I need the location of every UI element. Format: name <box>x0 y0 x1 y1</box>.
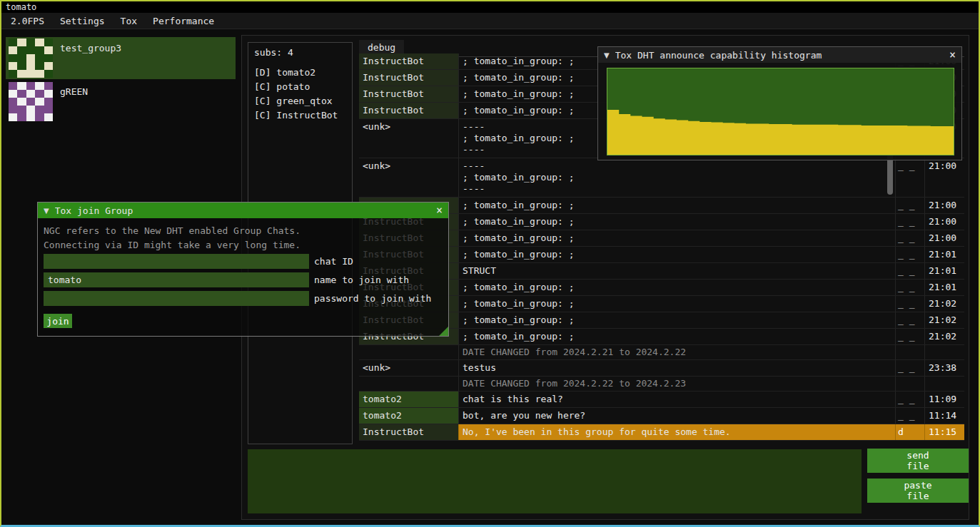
message-sender: InstructBot <box>359 424 459 440</box>
menu-item-tox[interactable]: Tox <box>113 14 145 29</box>
date-changed-text: DATE CHANGED from 2024.2.21 to 2024.2.22 <box>459 345 896 359</box>
join-window-titlebar[interactable]: ▼ Tox join Group × <box>38 203 448 218</box>
message-status: _ _ <box>896 329 924 344</box>
message-status: d <box>896 424 924 440</box>
collapse-arrow-icon[interactable]: ▼ <box>604 51 610 59</box>
message-status: _ _ <box>896 158 924 197</box>
message-status <box>896 377 924 391</box>
message-status: _ _ <box>896 230 924 246</box>
join-desc-line: Connecting via ID might take a very long… <box>44 238 443 252</box>
join-fields: chat IDname to join withpassword to join… <box>44 254 443 306</box>
group-item-test-group3[interactable]: test_group3 <box>6 37 236 79</box>
join-description: NGC refers to the New DHT enabled Group … <box>44 224 443 252</box>
message-time <box>924 377 964 391</box>
message-row[interactable]: InstructBotSTRUCT_ _21:01 <box>359 263 964 280</box>
message-text: ; tomato_in_group: ; <box>459 312 896 328</box>
message-sender: InstructBot <box>359 86 459 102</box>
message-status <box>896 345 924 359</box>
close-icon[interactable]: × <box>949 50 956 61</box>
subs-item-c-potato[interactable]: [C] potato <box>254 80 346 94</box>
password-to-join-with-label: password to join with <box>314 293 431 304</box>
message-sender: tomato2 <box>359 408 459 424</box>
message-row[interactable]: InstructBot; tomato_in_group: ;_ _21:02 <box>359 329 964 345</box>
message-row[interactable]: tomato2chat is this real?_ _11:09 <box>359 392 964 408</box>
subs-item-c-instructbot[interactable]: [C] InstructBot <box>254 108 346 123</box>
message-status: _ _ <box>896 360 924 376</box>
message-row[interactable]: <unk>----; tomato_in_group: ;----_ _21:0… <box>359 158 964 198</box>
collapse-arrow-icon[interactable]: ▼ <box>44 207 49 215</box>
message-text: ; tomato_in_group: ; <box>459 247 896 262</box>
histogram-window-titlebar[interactable]: ▼ Tox DHT announce capability histogram … <box>598 47 961 63</box>
message-status: _ _ <box>896 312 924 328</box>
message-row[interactable]: InstructBot; tomato_in_group: ;_ _21:01 <box>359 247 964 263</box>
message-time: 21:02 <box>924 296 964 312</box>
name-to-join-with-input[interactable] <box>44 272 309 287</box>
group-item-green[interactable]: gREEN <box>6 81 236 123</box>
message-row[interactable]: <unk>testus_ _23:38 <box>359 360 964 377</box>
message-time: 21:01 <box>924 263 964 279</box>
send-file-button[interactable]: sendfile <box>867 449 969 473</box>
join-button[interactable]: join <box>44 314 72 328</box>
join-window-body: NGC refers to the New DHT enabled Group … <box>38 218 448 334</box>
message-row[interactable]: InstructBot; tomato_in_group: ;_ _21:00 <box>359 230 964 247</box>
message-text: ; tomato_in_group: ; <box>459 296 896 312</box>
message-text: testus <box>459 360 896 376</box>
chat-id-label: chat ID <box>314 256 353 267</box>
window-titlebar[interactable]: tomato <box>1 1 979 13</box>
message-input[interactable] <box>248 449 862 513</box>
subs-header: subs: 4 <box>254 47 346 58</box>
window-title: tomato <box>6 2 36 12</box>
subs-list: [D] tomato2[C] potato[C] green_qtox[C] I… <box>254 66 346 123</box>
tab-debug[interactable]: debug <box>359 40 404 55</box>
join-window-title: Tox join Group <box>55 205 430 216</box>
message-time: 23:38 <box>924 360 964 376</box>
message-sender: InstructBot <box>359 103 459 118</box>
password-to-join-with-input[interactable] <box>44 291 309 306</box>
message-text: No, I've been in this group for quite so… <box>459 424 896 440</box>
chat-id-input[interactable] <box>44 254 309 269</box>
subs-item-c-green-qtox[interactable]: [C] green_qtox <box>254 94 346 108</box>
group-avatar <box>9 39 53 78</box>
paste-file-button[interactable]: pastefile <box>867 479 969 503</box>
app-window: tomato 2.0FPSSettingsToxPerformance test… <box>0 0 980 527</box>
message-sender: InstructBot <box>359 70 459 86</box>
message-status: _ _ <box>896 408 924 424</box>
resize-grip[interactable] <box>439 327 448 336</box>
message-status: _ _ <box>896 198 924 213</box>
message-time: 21:00 <box>924 198 964 213</box>
menu-item-2-0fps: 2.0FPS <box>3 14 52 29</box>
join-desc-line: NGC refers to the New DHT enabled Group … <box>44 224 443 238</box>
date-spacer <box>359 345 459 359</box>
message-text: chat is this real? <box>459 392 896 407</box>
message-row[interactable]: InstructBot; tomato_in_group: ;_ _21:00 <box>359 198 964 214</box>
message-status: _ _ <box>896 263 924 279</box>
message-text: ; tomato_in_group: ; <box>459 198 896 213</box>
join-field-row: name to join with <box>44 272 443 287</box>
histogram-svg <box>607 68 954 155</box>
close-icon[interactable]: × <box>436 205 443 216</box>
message-text: ; tomato_in_group: ; <box>459 230 896 246</box>
menu-item-settings[interactable]: Settings <box>52 14 113 29</box>
message-time <box>924 345 964 359</box>
message-row[interactable]: InstructBot; tomato_in_group: ;_ _21:02 <box>359 312 964 329</box>
message-time: 11:15 <box>924 424 964 440</box>
message-time: 11:09 <box>924 392 964 407</box>
message-row[interactable]: InstructBot; tomato_in_group: ;_ _21:02 <box>359 296 964 312</box>
message-status: _ _ <box>896 280 924 295</box>
join-field-row: chat ID <box>44 254 443 269</box>
message-row[interactable]: InstructBot; tomato_in_group: ;_ _21:00 <box>359 214 964 230</box>
message-status: _ _ <box>896 296 924 312</box>
message-text: ; tomato_in_group: ; <box>459 214 896 230</box>
message-status: _ _ <box>896 214 924 230</box>
message-row[interactable]: InstructBot; tomato_in_group: ;_ _21:01 <box>359 280 964 296</box>
message-sender: <unk> <box>359 158 459 197</box>
message-time: 21:00 <box>924 158 964 197</box>
histogram-window: ▼ Tox DHT announce capability histogram … <box>597 46 962 160</box>
menu-item-performance[interactable]: Performance <box>145 14 222 29</box>
message-time: 21:02 <box>924 312 964 328</box>
subs-item-d-tomato2[interactable]: [D] tomato2 <box>254 66 346 80</box>
name-to-join-with-label: name to join with <box>314 275 409 285</box>
join-group-window: ▼ Tox join Group × NGC refers to the New… <box>37 202 449 337</box>
message-row[interactable]: InstructBotNo, I've been in this group f… <box>359 424 964 441</box>
message-row[interactable]: tomato2bot, are you new here?_ _11:14 <box>359 408 964 424</box>
